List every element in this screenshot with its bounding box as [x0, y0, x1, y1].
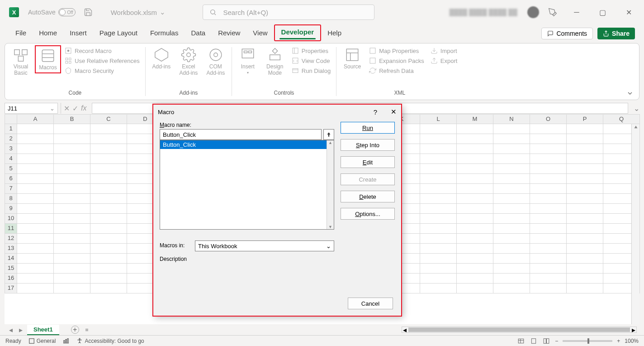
cell[interactable]: [530, 284, 567, 293]
run-dialog-button[interactable]: Run Dialog: [291, 66, 331, 75]
addins-button[interactable]: Add-ins: [148, 45, 175, 72]
cell[interactable]: [90, 244, 127, 254]
cell[interactable]: [17, 244, 54, 254]
cell[interactable]: [420, 264, 457, 274]
cell[interactable]: [493, 174, 530, 184]
cell[interactable]: [567, 274, 603, 284]
cell[interactable]: [567, 214, 603, 224]
cell[interactable]: [567, 184, 603, 194]
cell[interactable]: [54, 224, 90, 234]
cell[interactable]: [420, 194, 457, 204]
cell[interactable]: [420, 274, 457, 284]
cell[interactable]: [493, 244, 530, 254]
fx-icon[interactable]: fx: [81, 104, 86, 112]
cell[interactable]: [567, 284, 603, 293]
com-addins-button[interactable]: COM Add-ins: [203, 45, 229, 78]
cell[interactable]: [567, 224, 603, 234]
expansion-packs-button[interactable]: Expansion Packs: [368, 56, 425, 65]
cell[interactable]: [17, 154, 54, 164]
cell[interactable]: [17, 194, 54, 204]
cell[interactable]: [493, 194, 530, 204]
cell[interactable]: [90, 284, 127, 293]
cell[interactable]: [493, 284, 530, 293]
cancel-formula-icon[interactable]: ✕: [64, 104, 70, 113]
column-header[interactable]: B: [54, 114, 90, 124]
cell[interactable]: [17, 264, 54, 274]
autosave-switch[interactable]: Off: [58, 8, 76, 16]
zoom-level[interactable]: 100%: [625, 338, 639, 344]
comments-button[interactable]: Comments: [541, 28, 593, 39]
status-accessibility[interactable]: Accessibility: Good to go: [76, 338, 144, 344]
row-header[interactable]: 8: [5, 194, 17, 204]
dialog-help-button[interactable]: ?: [374, 108, 377, 116]
xml-import-button[interactable]: Import: [430, 46, 459, 55]
xml-export-button[interactable]: Export: [430, 56, 459, 65]
cell[interactable]: [457, 124, 493, 134]
cell[interactable]: [17, 134, 54, 144]
macro-list-scrollbar[interactable]: ▲ ▼: [327, 140, 334, 229]
avatar[interactable]: [527, 6, 539, 18]
cell[interactable]: [493, 234, 530, 244]
cell[interactable]: [457, 234, 493, 244]
sheet-nav-prev[interactable]: ◂: [7, 326, 14, 334]
options-button[interactable]: Options...: [341, 208, 395, 220]
xml-source-button[interactable]: Source: [339, 45, 365, 72]
column-header[interactable]: O: [530, 114, 567, 124]
cell[interactable]: [530, 164, 567, 174]
autosave-toggle[interactable]: AutoSave Off: [28, 8, 76, 16]
cell[interactable]: [457, 204, 493, 214]
sheet-nav-next[interactable]: ▸: [17, 326, 24, 334]
cell[interactable]: [420, 164, 457, 174]
tab-data[interactable]: Data: [185, 26, 212, 41]
cell[interactable]: [530, 254, 567, 264]
cell[interactable]: [420, 124, 457, 134]
cell[interactable]: [90, 154, 127, 164]
row-header[interactable]: 2: [5, 134, 17, 144]
share-button[interactable]: Share: [597, 28, 635, 39]
cell[interactable]: [17, 254, 54, 264]
cell[interactable]: [90, 274, 127, 284]
cell[interactable]: [493, 144, 530, 154]
use-relative-references-button[interactable]: Use Relative References: [64, 56, 141, 65]
map-properties-button[interactable]: Map Properties: [368, 46, 425, 55]
cell[interactable]: [54, 164, 90, 174]
cell[interactable]: [457, 194, 493, 204]
cell[interactable]: [17, 144, 54, 154]
macro-reference-button[interactable]: [323, 129, 334, 140]
pen-icon[interactable]: [548, 8, 557, 17]
cell[interactable]: [420, 244, 457, 254]
cell[interactable]: [90, 134, 127, 144]
cell[interactable]: [54, 144, 90, 154]
cell[interactable]: [493, 274, 530, 284]
cell[interactable]: [54, 194, 90, 204]
cell[interactable]: [567, 174, 603, 184]
cell[interactable]: [567, 134, 603, 144]
cell[interactable]: [567, 244, 603, 254]
cell[interactable]: [54, 264, 90, 274]
cell[interactable]: [17, 224, 54, 234]
cell[interactable]: [90, 184, 127, 194]
cell[interactable]: [530, 234, 567, 244]
cell[interactable]: [90, 144, 127, 154]
cell[interactable]: [493, 164, 530, 174]
scroll-left-icon[interactable]: ◂: [403, 326, 407, 334]
tab-help[interactable]: Help: [321, 26, 348, 41]
record-macro-button[interactable]: Record Macro: [64, 46, 141, 55]
cell[interactable]: [567, 264, 603, 274]
properties-button[interactable]: Properties: [291, 46, 331, 55]
chevron-down-icon[interactable]: ⌄: [50, 105, 55, 112]
tab-insert[interactable]: Insert: [63, 26, 93, 41]
cell[interactable]: [420, 254, 457, 264]
cell[interactable]: [530, 214, 567, 224]
row-header[interactable]: 15: [5, 264, 17, 274]
cell[interactable]: [90, 204, 127, 214]
vertical-scrollbar[interactable]: [631, 124, 639, 324]
cell[interactable]: [54, 214, 90, 224]
cell[interactable]: [457, 264, 493, 274]
cell[interactable]: [420, 224, 457, 234]
cell[interactable]: [54, 124, 90, 134]
cell[interactable]: [567, 204, 603, 214]
cell[interactable]: [54, 174, 90, 184]
tab-developer[interactable]: Developer: [274, 24, 322, 41]
enter-formula-icon[interactable]: ✓: [72, 104, 78, 113]
